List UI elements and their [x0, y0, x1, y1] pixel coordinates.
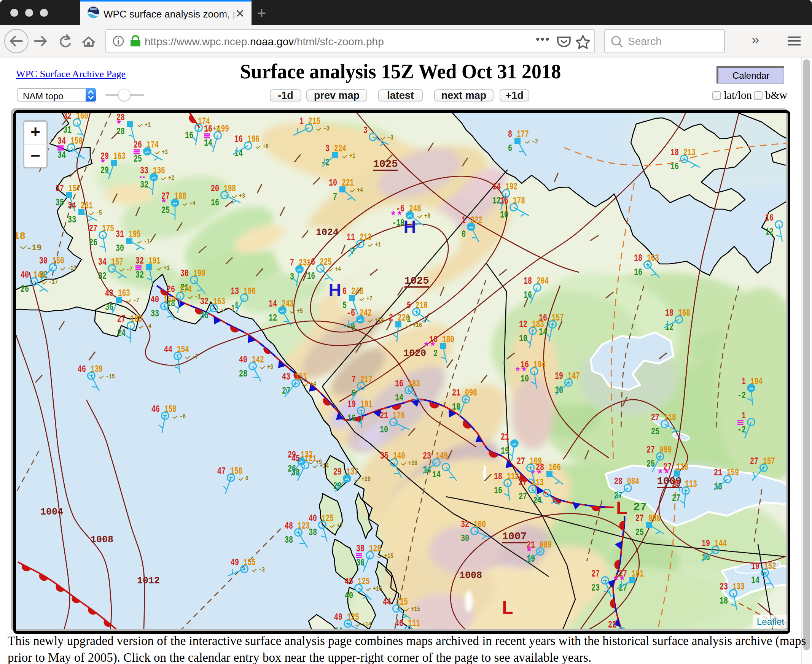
svg-text:1024: 1024	[316, 227, 339, 238]
svg-text:33: 33	[151, 308, 159, 319]
svg-text:27: 27	[750, 456, 758, 467]
svg-text:L: L	[502, 597, 513, 618]
svg-text:40: 40	[21, 269, 29, 281]
svg-text:46: 46	[152, 404, 160, 415]
svg-text:28: 28	[672, 478, 680, 490]
svg-text:36: 36	[356, 557, 365, 568]
svg-text:-6: -6	[347, 307, 355, 319]
svg-text:19: 19	[347, 399, 356, 410]
svg-text:25: 25	[646, 458, 655, 470]
svg-text:27: 27	[591, 568, 600, 579]
svg-text:-13: -13	[67, 264, 77, 272]
svg-text:139: 139	[91, 364, 103, 375]
svg-text:113: 113	[685, 478, 697, 490]
svg-text:1025: 1025	[404, 275, 429, 287]
svg-text:19: 19	[702, 538, 710, 549]
svg-text:34: 34	[68, 200, 76, 212]
svg-text:1008: 1008	[91, 534, 113, 545]
svg-text:38: 38	[308, 527, 317, 538]
svg-text:**: **	[390, 210, 403, 222]
svg-text:12: 12	[269, 312, 277, 324]
svg-text:21: 21	[501, 431, 509, 443]
svg-text:36: 36	[105, 301, 113, 313]
svg-text:27: 27	[519, 477, 527, 488]
svg-text:-3: -3	[259, 565, 265, 574]
svg-text:+3: +3	[267, 363, 273, 371]
svg-text:16: 16	[395, 378, 403, 389]
svg-text:29: 29	[333, 466, 342, 478]
svg-text:16: 16	[185, 130, 193, 141]
svg-text:44: 44	[164, 344, 172, 355]
svg-text:10: 10	[500, 209, 508, 221]
svg-text:+1: +1	[164, 264, 170, 272]
svg-text:10: 10	[380, 424, 388, 435]
svg-text:183: 183	[408, 378, 420, 389]
svg-text:32: 32	[140, 179, 148, 190]
svg-text:12: 12	[519, 319, 527, 330]
svg-text:*: *	[116, 119, 122, 130]
svg-text:20: 20	[211, 183, 219, 194]
svg-text:34: 34	[98, 256, 106, 268]
svg-text:19: 19	[751, 561, 760, 572]
svg-text:34: 34	[57, 135, 66, 147]
svg-text:3: 3	[364, 125, 368, 136]
svg-text:14: 14	[269, 298, 277, 309]
svg-text:099: 099	[659, 444, 672, 456]
svg-text:+16: +16	[413, 321, 422, 329]
svg-text:38: 38	[356, 543, 365, 555]
svg-text:26: 26	[89, 237, 98, 248]
svg-text:18: 18	[634, 252, 642, 264]
svg-text:157: 157	[763, 456, 775, 467]
svg-text:27: 27	[646, 444, 655, 456]
svg-text:-7: -7	[192, 353, 198, 361]
svg-text:18: 18	[523, 275, 532, 287]
svg-text:+14: +14	[320, 462, 329, 470]
svg-text:1020: 1020	[403, 348, 426, 359]
svg-text:23: 23	[423, 450, 431, 462]
svg-text:16: 16	[211, 197, 219, 208]
svg-text:40: 40	[345, 590, 353, 601]
svg-text:1: 1	[461, 215, 466, 226]
svg-text:49: 49	[231, 557, 239, 568]
svg-text:10: 10	[519, 333, 527, 344]
svg-text:18: 18	[167, 298, 175, 309]
svg-text:1: 1	[742, 376, 746, 387]
svg-text:+4: +4	[310, 380, 316, 388]
svg-text:1004: 1004	[40, 506, 63, 518]
svg-text:+14: +14	[375, 316, 384, 324]
svg-text:32: 32	[135, 255, 144, 267]
svg-text:7: 7	[352, 374, 356, 385]
svg-text:+28: +28	[408, 459, 417, 467]
svg-text:-6: -6	[179, 412, 186, 421]
svg-text:44: 44	[383, 596, 391, 608]
svg-text:30: 30	[461, 533, 469, 544]
svg-text:154: 154	[177, 344, 189, 355]
svg-text:16: 16	[765, 212, 774, 224]
svg-text:+4: +4	[357, 186, 363, 194]
svg-text:123: 123	[298, 520, 310, 532]
svg-text:46: 46	[78, 364, 86, 375]
svg-text:-2: -2	[532, 137, 538, 146]
svg-text:27: 27	[651, 412, 659, 423]
svg-text:**: **	[613, 575, 626, 587]
svg-text:0: 0	[461, 229, 466, 240]
svg-text:31: 31	[116, 229, 124, 240]
svg-text:**: **	[423, 341, 436, 353]
svg-text:32: 32	[135, 269, 144, 281]
svg-text:21: 21	[452, 387, 460, 399]
svg-text:12: 12	[765, 226, 774, 238]
svg-text:-7: -7	[126, 265, 132, 273]
svg-text:38: 38	[285, 534, 293, 546]
svg-text:40: 40	[239, 354, 247, 365]
svg-text:25: 25	[636, 527, 644, 538]
svg-text:5: 5	[342, 299, 347, 311]
svg-text:1025: 1025	[373, 158, 398, 170]
svg-text:152: 152	[764, 561, 776, 572]
svg-text:111: 111	[408, 618, 420, 629]
svg-text:27: 27	[519, 491, 527, 502]
svg-text:+4: +4	[189, 199, 196, 208]
svg-text:45: 45	[292, 453, 300, 464]
svg-text:14: 14	[492, 181, 501, 192]
svg-text:18: 18	[665, 307, 673, 319]
svg-text:5: 5	[407, 299, 411, 311]
